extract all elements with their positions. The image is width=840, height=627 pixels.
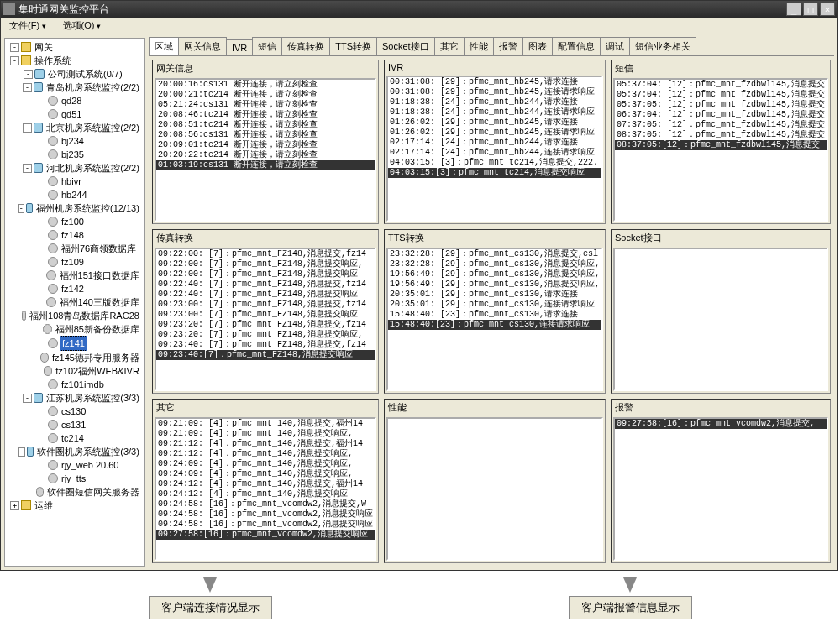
collapse-icon[interactable]: - <box>23 83 32 92</box>
tree-item[interactable]: bj235 <box>7 148 143 161</box>
tree-item[interactable]: -河北机房系统监控(2/2) <box>7 161 143 175</box>
panel-body[interactable]: 05:37:04: [12]：pfmc_mnt_fzdbwl145,消息提交05… <box>613 78 828 222</box>
tab-3[interactable]: 短信 <box>252 37 282 55</box>
tree-item[interactable]: rjy_web 20.60 <box>7 458 143 472</box>
panel-body[interactable] <box>613 248 828 391</box>
tree-item[interactable]: 福州108青岛数据库RAC28 <box>7 309 143 322</box>
tree-item[interactable]: cs131 <box>7 418 143 431</box>
tab-12[interactable]: 调试 <box>600 37 630 55</box>
tree-item-label: 网关 <box>33 40 55 54</box>
tab-9[interactable]: 报警 <box>493 37 523 55</box>
server-icon <box>34 393 44 403</box>
close-button[interactable]: × <box>820 3 835 16</box>
expand-icon[interactable]: + <box>10 501 19 510</box>
menubar: 文件(F) 选项(O) <box>1 18 837 34</box>
tree-item[interactable]: -北京机房系统监控(2/2) <box>7 121 143 134</box>
panel-body[interactable] <box>386 417 603 561</box>
log-line: 09:24:58: [16]：pfmc_mnt_vcomdw2,消息提交响应 <box>156 509 375 520</box>
collapse-icon[interactable]: - <box>23 164 32 173</box>
tree-item[interactable]: fz100 <box>7 215 143 228</box>
node-icon <box>48 190 58 200</box>
log-line: 00:31:08: [29]：pfmc_mnt_hb245,请求连接 <box>388 77 601 87</box>
log-line: 09:23:40:[7]：pfmc_mnt_FZ148,消息提交响应 <box>156 350 375 360</box>
tab-1[interactable]: 网关信息 <box>178 37 227 55</box>
tab-13[interactable]: 短信业务相关 <box>629 37 696 55</box>
collapse-icon[interactable]: - <box>24 70 33 79</box>
tree-item[interactable]: bj234 <box>7 134 143 148</box>
tree-item[interactable]: fz148 <box>7 228 143 242</box>
tab-7[interactable]: 其它 <box>434 37 465 55</box>
sidebar-tree[interactable]: -网关-操作系统-公司测试系统(0/7)-青岛机房系统监控(2/2)qd28qd… <box>4 38 145 567</box>
collapse-icon[interactable]: - <box>18 447 25 457</box>
tree-item-label: fz101imdb <box>60 378 106 391</box>
collapse-icon[interactable]: - <box>23 394 32 403</box>
tree-item[interactable]: -公司测试系统(0/7) <box>7 67 143 81</box>
tree-item[interactable]: -福州机房系统监控(12/13) <box>7 201 143 215</box>
tree-item[interactable]: 福州85新备份数据库 <box>7 322 143 336</box>
tree-item-label: qd51 <box>60 107 83 121</box>
tab-5[interactable]: TTS转换 <box>329 37 377 55</box>
tree-item[interactable]: tc214 <box>7 431 143 445</box>
server-icon <box>34 82 44 92</box>
tree-item[interactable]: fz101imdb <box>7 378 143 391</box>
tree-item[interactable]: +运维 <box>7 499 143 512</box>
tree-item[interactable]: -操作系统 <box>7 54 143 67</box>
menu-options[interactable]: 选项(O) <box>58 18 106 34</box>
content-area: 区域网关信息IVR短信传真转换TTS转换Socket接口其它性能报警图表配置信息… <box>149 38 834 567</box>
panel-body[interactable]: 09:27:58:[16]：pfmc_mnt_vcomdw2,消息提交, <box>613 417 828 561</box>
panel-title: Socket接口 <box>612 230 830 246</box>
collapse-icon[interactable]: - <box>10 56 19 65</box>
tree-item[interactable]: 福州140三版数据库 <box>7 295 143 309</box>
tree-item[interactable]: qd51 <box>7 107 143 121</box>
tree-item[interactable]: 软件圈短信网关服务器 <box>7 485 143 499</box>
log-line: 05:37:04: [12]：pfmc_mnt_fzdbwl145,消息提交 <box>615 80 827 90</box>
collapse-icon[interactable]: - <box>18 204 24 213</box>
tree-item[interactable]: fz141 <box>7 336 143 351</box>
panel-7: 性能 <box>384 399 606 563</box>
menu-file[interactable]: 文件(F) <box>4 18 51 34</box>
node-icon <box>48 460 58 470</box>
log-line: 15:48:40:[23]：pfmc_mnt_cs130,连接请求响应 <box>388 320 601 330</box>
tree-item[interactable]: -青岛机房系统监控(2/2) <box>7 81 143 94</box>
tab-8[interactable]: 性能 <box>464 37 494 55</box>
tree-item-label: 河北机房系统监控(2/2) <box>45 161 141 175</box>
tree-item-label: rjy_tts <box>60 472 87 485</box>
tree-item-label: fz142 <box>60 282 86 295</box>
tree-item[interactable]: hb244 <box>7 188 143 201</box>
tree-item[interactable]: fz142 <box>7 282 143 295</box>
tree-item[interactable]: -软件圈机房系统监控(3/3) <box>7 445 143 458</box>
tree-item[interactable]: 福州76商领数据库 <box>7 242 143 255</box>
tab-2[interactable]: IVR <box>226 39 253 55</box>
tree-item[interactable]: -江苏机房系统监控(3/3) <box>7 391 143 405</box>
tab-10[interactable]: 图表 <box>522 37 553 55</box>
panel-title: TTS转换 <box>385 230 605 246</box>
panel-body[interactable]: 09:21:09: [4]：pfmc_mnt_140,消息提交,福州1409:2… <box>155 417 376 561</box>
tree-item[interactable]: rjy_tts <box>7 472 143 485</box>
log-line: 15:48:40: [23]：pfmc_mnt_cs130,请求连接 <box>388 310 601 320</box>
tree-item-label: bj235 <box>60 148 86 161</box>
tree-item[interactable]: 福州151接口数据库 <box>7 269 143 282</box>
panel-1: IVR00:31:08: [29]：pfmc_mnt_hb245,请求连接00:… <box>384 60 606 224</box>
tree-item[interactable]: hbivr <box>7 175 143 188</box>
tree-item[interactable]: fz145德邦专用服务器 <box>7 351 143 364</box>
minimize-button[interactable]: _ <box>786 3 801 16</box>
maximize-button[interactable]: □ <box>803 3 818 16</box>
tab-0[interactable]: 区域 <box>149 37 179 55</box>
collapse-icon[interactable]: - <box>23 123 32 133</box>
tree-item[interactable]: qd28 <box>7 94 143 107</box>
tree-item[interactable]: fz102福州WEB&IVR <box>7 364 143 378</box>
panel-body[interactable]: 20:00:16:cs131 断开连接，请立刻检查20:00:21:tc214 … <box>155 78 376 222</box>
tree-item[interactable]: cs130 <box>7 405 143 418</box>
collapse-icon[interactable]: - <box>10 43 19 52</box>
panel-body[interactable]: 09:22:00: [7]：pfmc_mnt_FZ148,消息提交,fz1409… <box>155 248 376 391</box>
node-icon <box>48 109 58 119</box>
tree-item-label: 福州76商领数据库 <box>60 242 138 255</box>
tab-11[interactable]: 配置信息 <box>552 37 601 55</box>
tree-item[interactable]: -网关 <box>7 40 143 54</box>
tree-item[interactable]: fz109 <box>7 255 143 269</box>
panel-body[interactable]: 00:31:08: [29]：pfmc_mnt_hb245,请求连接00:31:… <box>386 76 603 222</box>
tab-4[interactable]: 传真转换 <box>281 37 330 55</box>
tab-6[interactable]: Socket接口 <box>376 37 435 55</box>
log-line: 09:22:00: [7]：pfmc_mnt_FZ148,消息提交响应 <box>156 269 375 280</box>
panel-body[interactable]: 23:32:28: [29]：pfmc_mnt_cs130,消息提交,csl23… <box>386 248 603 391</box>
